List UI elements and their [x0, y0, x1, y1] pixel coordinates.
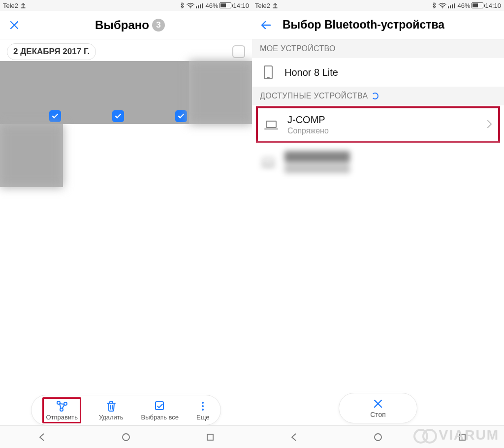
check-icon: [175, 110, 187, 122]
my-device-row: Honor 8 Lite: [252, 58, 504, 87]
device-name: J-COMP: [287, 114, 329, 126]
wifi-icon: [187, 2, 194, 8]
phone-icon: [261, 65, 276, 80]
infinity-icon: [414, 429, 436, 442]
date-label: 2 ДЕКАБРЯ 2017 Г.: [7, 43, 96, 60]
date-group-header: 2 ДЕКАБРЯ 2017 Г.: [0, 39, 252, 61]
svg-rect-22: [263, 159, 273, 165]
laptop-icon: [264, 118, 279, 132]
svg-point-9: [202, 402, 204, 404]
battery-percent: 46%: [457, 2, 470, 9]
svg-point-11: [202, 409, 204, 411]
svg-point-12: [123, 434, 129, 441]
delete-button[interactable]: Удалить: [99, 400, 124, 421]
nav-back-button[interactable]: [32, 427, 52, 447]
svg-rect-2: [198, 5, 199, 8]
svg-point-14: [442, 7, 443, 8]
watermark: VIARUM: [414, 427, 499, 443]
carrier-label: Tele2: [3, 2, 18, 9]
chevron-right-icon: [486, 119, 492, 131]
laptop-icon: [261, 155, 276, 170]
svg-rect-17: [452, 4, 453, 8]
delete-label: Удалить: [99, 414, 124, 421]
close-button[interactable]: [7, 18, 22, 32]
nav-home-button[interactable]: [368, 427, 388, 447]
section-available-devices: ДОСТУПНЫЕ УСТРОЙСТВА: [252, 87, 504, 105]
page-title: Выбор Bluetooth-устройства: [283, 18, 444, 32]
photo-thumbnail[interactable]: [63, 61, 126, 124]
svg-rect-18: [454, 3, 455, 8]
upload-icon: [20, 2, 26, 8]
highlight-annotation: J-COMP Сопряжено: [256, 106, 500, 143]
svg-rect-20: [267, 77, 270, 78]
device-row-jcomp[interactable]: J-COMP Сопряжено: [261, 110, 495, 139]
svg-rect-3: [200, 4, 201, 8]
photo-thumbnail[interactable]: [0, 61, 63, 124]
select-all-label: Выбрать все: [141, 414, 179, 421]
section-my-device: МОЕ УСТРОЙСТВО: [252, 39, 504, 58]
svg-rect-13: [207, 434, 213, 440]
back-button[interactable]: [259, 18, 274, 32]
svg-rect-4: [202, 3, 203, 8]
photo-thumbnail[interactable]: [0, 124, 63, 187]
gallery-selection-screen: Tele2 46% 14:10 Выбрано 3: [0, 0, 252, 448]
signal-icon: [448, 2, 456, 8]
nav-back-button[interactable]: [284, 427, 304, 447]
bluetooth-icon: [432, 2, 437, 9]
select-group-checkbox[interactable]: [232, 45, 245, 58]
highlight-annotation: Отправить: [42, 397, 81, 423]
stop-label: Стоп: [370, 411, 386, 418]
carrier-label: Tele2: [255, 2, 270, 9]
nav-home-button[interactable]: [116, 427, 136, 447]
svg-point-23: [375, 434, 381, 441]
photo-thumbnail[interactable]: [189, 61, 252, 124]
header: Выбор Bluetooth-устройства: [252, 11, 504, 39]
stop-button[interactable]: Стоп: [339, 393, 417, 423]
device-row-blurred[interactable]: XXXXXXXXXX xxxxxxxxx: [252, 144, 504, 180]
more-label: Еще: [196, 414, 209, 421]
action-toolbar: Отправить Удалить Выбрать все Еще: [31, 395, 220, 425]
svg-rect-16: [450, 5, 451, 8]
scanning-spinner-icon: [372, 93, 378, 99]
check-icon: [112, 110, 124, 122]
my-device-name: Honor 8 Lite: [284, 67, 338, 78]
status-bar: Tele2 46% 14:10: [0, 0, 252, 11]
clock: 14:10: [485, 2, 501, 9]
battery-percent: 46%: [205, 2, 218, 9]
svg-rect-15: [448, 6, 449, 8]
battery-icon: [220, 2, 231, 8]
photo-grid: [0, 61, 252, 187]
svg-rect-8: [156, 402, 163, 410]
svg-point-0: [190, 7, 191, 8]
nav-recent-button[interactable]: [200, 427, 220, 447]
device-status: Сопряжено: [287, 127, 329, 135]
signal-icon: [196, 2, 204, 8]
bluetooth-icon: [180, 2, 185, 9]
upload-icon: [272, 2, 278, 8]
battery-icon: [472, 2, 483, 8]
photo-thumbnail[interactable]: [126, 61, 189, 124]
svg-rect-1: [196, 6, 197, 8]
svg-rect-21: [266, 121, 276, 128]
check-icon: [49, 110, 61, 122]
status-bar: Tele2 46% 14:10: [252, 0, 504, 11]
selection-count-badge: 3: [152, 19, 165, 32]
send-label: Отправить: [46, 414, 77, 421]
bluetooth-picker-screen: Tele2 46% 14:10 Выбор Bluetooth-устройст…: [252, 0, 504, 448]
more-button[interactable]: Еще: [196, 400, 209, 421]
clock: 14:10: [233, 2, 249, 9]
navigation-bar: [0, 425, 252, 448]
page-title: Выбрано: [95, 18, 149, 32]
svg-point-10: [202, 405, 204, 407]
select-all-button[interactable]: Выбрать все: [141, 400, 179, 421]
send-button[interactable]: Отправить: [46, 400, 77, 421]
wifi-icon: [439, 2, 446, 8]
header: Выбрано 3: [0, 11, 252, 39]
